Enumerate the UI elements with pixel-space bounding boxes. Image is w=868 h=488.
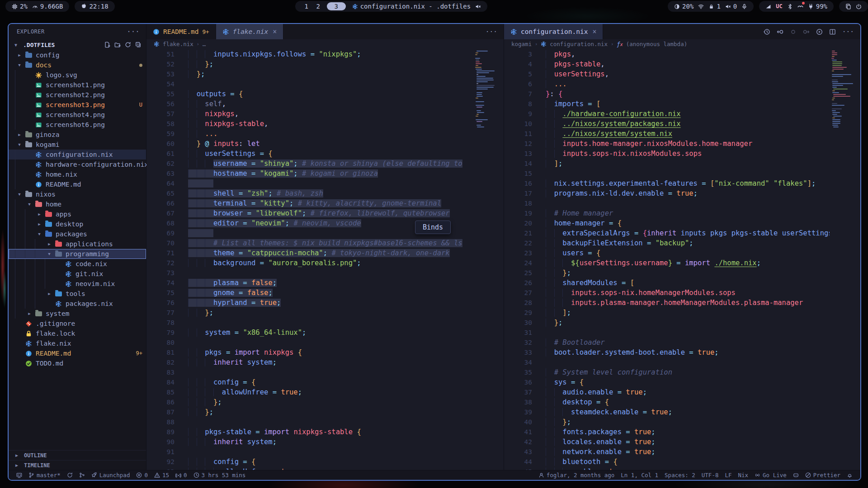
code-line-39[interactable]: 39 steamdeck.enable = true; (504, 407, 860, 417)
tree-folder-desktop[interactable]: ▶desktop (9, 219, 146, 229)
code-line-21[interactable]: 21 extraSpecialArgs = {inherit inputs pk… (504, 228, 860, 238)
code-line-19[interactable]: 19 # Home manager (504, 208, 860, 218)
explorer-more-actions-icon[interactable]: ··· (127, 28, 140, 36)
code-line-41[interactable]: 41 fonts.packages = true; (504, 427, 860, 437)
tree-file-readme.md[interactable]: README.md9+ (9, 348, 146, 358)
code-line-74[interactable]: 74 plasma = false; (146, 278, 504, 288)
tree-folder-nixos[interactable]: ▼nixos (9, 189, 146, 199)
tree-folder-tools[interactable]: ▶tools (9, 289, 146, 299)
power[interactable] (856, 4, 862, 9)
code-line-83[interactable]: 83 (146, 367, 504, 377)
code-line-8[interactable]: 8 imports = [ (504, 99, 860, 109)
code-line-81[interactable]: 81 pkgs = import nixpkgs { (146, 347, 504, 357)
keyboard-lock[interactable]: 1 (708, 3, 720, 10)
code-line-43[interactable]: 43 network.enable = true; (504, 447, 860, 457)
run-icon[interactable] (816, 28, 823, 35)
circle-right-icon[interactable] (803, 28, 810, 35)
code-line-45[interactable]: 45 enable = true; (504, 467, 860, 470)
code-line-87[interactable]: 87 }; (146, 407, 504, 417)
code-line-75[interactable]: 75 gnome = false; (146, 288, 504, 298)
tab-readme.md[interactable]: README.md9+ (146, 24, 216, 39)
tree-file-screenshot1.png[interactable]: screenshot1.png (9, 80, 146, 90)
tree-file-todo.md[interactable]: TODO.md (9, 358, 146, 368)
status-prettier[interactable]: Prettier (802, 472, 844, 479)
tab-configuration.nix[interactable]: configuration.nix× (504, 24, 603, 39)
code-line-51[interactable]: 51 inputs.nixpkgs.follows = "nixpkgs"; (146, 49, 504, 59)
workspace-3[interactable]: 3 (327, 2, 346, 10)
tree-folder-ginoza[interactable]: ▶ginoza (9, 130, 146, 140)
open-changes-left-icon[interactable] (777, 28, 783, 35)
title-mute[interactable] (475, 4, 481, 9)
code-line-6[interactable]: 6 ... (504, 79, 860, 89)
code-line-7[interactable]: 7}: { (504, 89, 860, 99)
volume[interactable]: 0 (725, 3, 737, 10)
tree-file-logo.svg[interactable]: logo.svg (9, 70, 146, 80)
code-line-3[interactable]: 3 pkgs, (504, 49, 860, 59)
bluetooth[interactable] (787, 4, 793, 9)
code-line-56[interactable]: 56 self, (146, 99, 504, 109)
code-line-91[interactable]: 91 (146, 447, 504, 457)
status-remote-window[interactable] (13, 472, 25, 479)
code-line-63[interactable]: 63 hostname = "kogami"; # kogami or gino… (146, 169, 504, 178)
code-line-59[interactable]: 59 ... (146, 129, 504, 139)
clock[interactable]: 22:18 (81, 3, 108, 10)
code-line-26[interactable]: 26 sharedModules = [ (504, 278, 860, 288)
code-line-17[interactable]: 17 programs.nix-ld.dev.enable = true; (504, 188, 860, 198)
code-line-11[interactable]: 11 ../nixos/system/system.nix (504, 129, 860, 139)
tree-file-configuration.nix[interactable]: configuration.nix (9, 150, 146, 160)
code-line-60[interactable]: 60 } @ inputs: let (146, 139, 504, 149)
more-actions-icon[interactable]: ··· (486, 28, 497, 35)
battery[interactable]: 99% (808, 3, 827, 10)
split-editor-icon[interactable] (829, 28, 836, 35)
window-title[interactable]: configuration.nix - .dotfiles (352, 3, 471, 10)
refresh-icon[interactable] (125, 42, 131, 48)
new-file-icon[interactable] (104, 42, 110, 48)
status-3-hrs-53-mins[interactable]: 3 hrs 53 mins (190, 472, 249, 479)
status-15[interactable]: 15 (151, 472, 172, 479)
code-line-53[interactable]: 53 }; (146, 69, 504, 79)
code-line-29[interactable]: 29 ]; (504, 308, 860, 318)
code-line-42[interactable]: 42 locales.enable = true; (504, 437, 860, 447)
code-line-64[interactable]: 64 (146, 178, 504, 188)
tree-folder-docs[interactable]: ▼docs (9, 60, 146, 70)
code-line-31[interactable]: 31 (504, 328, 860, 338)
code-line-22[interactable]: 22 backupFileExtension = "backup"; (504, 238, 860, 248)
code-line-71[interactable]: 71 theme = "catppuccin-mocha"; # tokyo-n… (146, 248, 504, 258)
tree-file-hardware-configuration.nix[interactable]: hardware-configuration.nix (9, 160, 146, 169)
history-icon[interactable] (764, 28, 770, 35)
right-breadcrumb[interactable]: kogami › configuration.nix › ƒx (anonymo… (504, 39, 860, 49)
breadcrumb-folder[interactable]: kogami (511, 41, 532, 47)
code-line-37[interactable]: 37 audio.enable = true; (504, 387, 860, 397)
tree-file-git.nix[interactable]: git.nix (9, 269, 146, 279)
tree-file-home.nix[interactable]: home.nix (9, 169, 146, 179)
code-line-25[interactable]: 25 }; (504, 268, 860, 278)
network-signal[interactable] (765, 4, 771, 9)
code-line-38[interactable]: 38 desktop = { (504, 397, 860, 407)
circle-icon[interactable] (790, 28, 797, 35)
tree-file-flake.lock[interactable]: flake.lock (9, 328, 146, 338)
code-line-84[interactable]: 84 config = { (146, 377, 504, 387)
tree-folder-programming[interactable]: ▼programming (9, 249, 146, 259)
brightness[interactable]: 20% (674, 3, 693, 10)
keyboard-layout[interactable]: UC (776, 3, 782, 9)
code-line-65[interactable]: 65 shell = "zsh"; # bash, zsh (146, 188, 504, 198)
code-line-92[interactable]: 92 config = { (146, 457, 504, 467)
code-line-82[interactable]: 82 inherit system; (146, 357, 504, 367)
code-line-57[interactable]: 57 nixpkgs, (146, 109, 504, 119)
code-line-78[interactable]: 78 (146, 318, 504, 328)
explorer-root-folder[interactable]: ▼ .DOTFILES (9, 39, 146, 50)
status-launchpad[interactable]: Launchpad (88, 472, 133, 479)
workspace-2[interactable]: 2 (315, 3, 321, 10)
code-line-90[interactable]: 90 inherit system; (146, 437, 504, 447)
status-0[interactable]: 0 (172, 472, 190, 479)
tree-file-screenshot4.png[interactable]: screenshot4.png (9, 110, 146, 120)
tree-file-packages.nix[interactable]: packages.nix (9, 299, 146, 309)
code-line-32[interactable]: 32 # Bootloader (504, 338, 860, 347)
code-line-30[interactable]: 30 }; (504, 318, 860, 328)
code-line-18[interactable]: 18 (504, 198, 860, 208)
code-line-4[interactable]: 4 pkgs-stable, (504, 59, 860, 69)
code-line-20[interactable]: 20 home-manager = { (504, 218, 860, 228)
code-line-73[interactable]: 73 (146, 268, 504, 278)
tree-file-.gitignore[interactable]: .gitignore (9, 319, 146, 328)
microphone[interactable] (741, 4, 747, 9)
